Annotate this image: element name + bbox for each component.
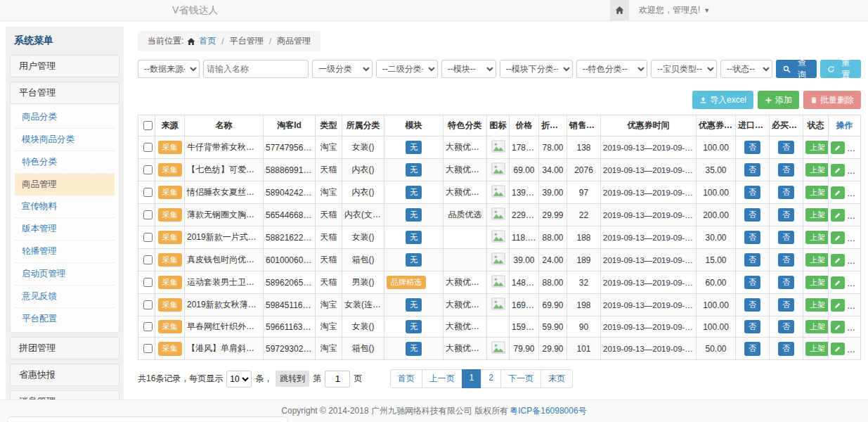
edit-button[interactable] — [831, 164, 845, 177]
sidebar-item-user-mgmt[interactable]: 用户管理 — [10, 55, 119, 77]
sidebar-item-message-mgmt[interactable]: 消息管理 — [10, 390, 119, 399]
pagination-page-1[interactable]: 1 — [462, 369, 482, 388]
edit-button[interactable] — [831, 343, 845, 355]
sidebar-subitem-splash-mgmt[interactable]: 启动页管理 — [15, 263, 115, 286]
edit-button[interactable] — [831, 254, 845, 267]
filter-select-data-source[interactable]: --数据来源-- — [138, 60, 200, 78]
add-button[interactable]: 添加 — [758, 91, 799, 109]
must-buy-toggle[interactable]: 否 — [778, 141, 794, 154]
row-checkbox[interactable] — [143, 143, 153, 152]
reset-button[interactable]: 重置 — [820, 60, 861, 78]
import-select-toggle[interactable]: 否 — [744, 253, 760, 267]
must-buy-toggle[interactable]: 否 — [778, 320, 794, 333]
import-select-toggle[interactable]: 否 — [744, 208, 760, 222]
row-checkbox[interactable] — [143, 165, 153, 174]
must-buy-toggle[interactable]: 否 — [778, 298, 794, 312]
status-badge[interactable]: 上架 — [805, 231, 829, 244]
batch-delete-button[interactable]: 批量删除 — [803, 91, 861, 109]
filter-select-level1-category[interactable]: 一级分类 — [312, 60, 373, 78]
coupon-time-cell: 2019-09-13—2019-09-17 — [601, 316, 697, 338]
pagination-first[interactable]: 首页 — [390, 369, 422, 388]
icp-link[interactable]: 粤ICP备16098006号 — [510, 405, 586, 417]
edit-button[interactable] — [831, 209, 845, 222]
status-badge[interactable]: 上架 — [805, 298, 829, 312]
sidebar-subitem-module-goods-category[interactable]: 模块商品分类 — [15, 129, 115, 151]
status-badge[interactable]: 上架 — [805, 141, 829, 154]
sidebar-subitem-promo-material[interactable]: 宣传物料 — [15, 196, 115, 218]
edit-button[interactable] — [831, 186, 845, 199]
per-page-select[interactable]: 10 — [226, 371, 252, 388]
row-checkbox[interactable] — [143, 233, 153, 242]
edit-button[interactable] — [831, 321, 845, 333]
sidebar-subitem-version-mgmt[interactable]: 版本管理 — [15, 218, 115, 241]
sidebar-subitem-goods-mgmt[interactable]: 商品管理 — [15, 174, 115, 196]
breadcrumb-item: 平台管理 — [230, 35, 264, 47]
pagination-page-2[interactable]: 2 — [481, 369, 501, 388]
breadcrumb-home-link[interactable]: 首页 — [199, 35, 216, 47]
must-buy-toggle[interactable]: 否 — [778, 276, 794, 289]
edit-button[interactable] — [831, 276, 845, 289]
import-select-toggle[interactable]: 否 — [744, 342, 760, 355]
status-badge[interactable]: 上架 — [805, 186, 829, 199]
filter-select-status[interactable]: --状态-- — [720, 60, 772, 78]
icon-cell — [487, 271, 510, 294]
filter-select-feature-category[interactable]: --特色分类-- — [576, 60, 647, 78]
row-checkbox[interactable] — [143, 188, 153, 197]
must-buy-toggle[interactable]: 否 — [778, 342, 794, 355]
import-select-toggle[interactable]: 否 — [744, 141, 760, 154]
row-checkbox[interactable] — [143, 210, 153, 219]
row-checkbox[interactable] — [143, 322, 153, 331]
import-select-toggle[interactable]: 否 — [744, 231, 760, 244]
pagination-last[interactable]: 末页 — [540, 369, 573, 388]
status-badge[interactable]: 上架 — [805, 208, 829, 222]
name-search-input[interactable] — [203, 60, 309, 78]
sidebar-item-group-buy-mgmt[interactable]: 拼团管理 — [10, 337, 119, 359]
import-select-toggle[interactable]: 否 — [744, 163, 760, 177]
page-number-input[interactable] — [325, 371, 350, 388]
plus-icon — [765, 96, 772, 104]
status-badge[interactable]: 上架 — [805, 253, 829, 267]
import-select-toggle[interactable]: 否 — [744, 276, 760, 289]
row-checkbox[interactable] — [143, 278, 153, 287]
table-row: 采集早春网红针织外套女春...596611634525淘宝女装()无大额优惠券1… — [138, 316, 861, 338]
must-buy-toggle[interactable]: 否 — [778, 163, 794, 177]
must-buy-toggle[interactable]: 否 — [778, 231, 794, 244]
status-badge[interactable]: 上架 — [805, 342, 829, 355]
edit-button[interactable] — [831, 141, 845, 154]
status-badge[interactable]: 上架 — [805, 276, 829, 289]
jump-button[interactable]: 跳转到 — [276, 371, 309, 387]
row-checkbox[interactable] — [143, 255, 153, 264]
must-buy-toggle[interactable]: 否 — [778, 253, 794, 267]
filter-select-module[interactable]: --模块-- — [441, 60, 496, 78]
edit-button[interactable] — [831, 231, 845, 244]
status-badge[interactable]: 上架 — [805, 320, 829, 333]
sidebar-subitem-carousel-mgmt[interactable]: 轮播管理 — [15, 241, 115, 263]
import-excel-button[interactable]: 导入excel — [692, 91, 753, 109]
sidebar-subitem-platform-config[interactable]: 平台配置 — [15, 308, 115, 330]
home-button[interactable] — [610, 0, 629, 20]
must-buy-cell: 否 — [770, 181, 803, 204]
sidebar-subitem-goods-category[interactable]: 商品分类 — [15, 106, 115, 129]
filter-select-level2-category[interactable]: --二级分类-- — [376, 60, 438, 78]
sidebar-item-express-news[interactable]: 省惠快报 — [10, 364, 119, 386]
sidebar-subitem-feedback[interactable]: 意见反馈 — [15, 286, 115, 308]
sidebar-subitem-feature-category[interactable]: 特色分类 — [15, 151, 115, 174]
filter-select-module-sub-category[interactable]: --模块下分类-- — [500, 60, 573, 78]
status-badge[interactable]: 上架 — [805, 163, 829, 177]
filter-select-item-type[interactable]: --宝贝类型-- — [651, 60, 717, 78]
sidebar-title: 系统菜单 — [10, 31, 119, 55]
sidebar-item-platform-mgmt[interactable]: 平台管理 — [10, 82, 119, 104]
user-menu[interactable]: 欢迎您，管理员! ▼ — [639, 4, 710, 16]
must-buy-toggle[interactable]: 否 — [778, 208, 794, 222]
must-buy-toggle[interactable]: 否 — [778, 186, 794, 199]
row-checkbox[interactable] — [143, 300, 153, 309]
row-checkbox[interactable] — [143, 344, 153, 353]
edit-button[interactable] — [831, 299, 845, 312]
pagination-next[interactable]: 下一页 — [500, 369, 541, 388]
import-select-toggle[interactable]: 否 — [744, 186, 760, 199]
import-select-toggle[interactable]: 否 — [744, 298, 760, 312]
search-button[interactable]: 查询 — [776, 60, 817, 78]
pagination-prev[interactable]: 上一页 — [422, 369, 462, 388]
select-all-checkbox[interactable] — [143, 121, 153, 130]
import-select-toggle[interactable]: 否 — [744, 320, 760, 333]
